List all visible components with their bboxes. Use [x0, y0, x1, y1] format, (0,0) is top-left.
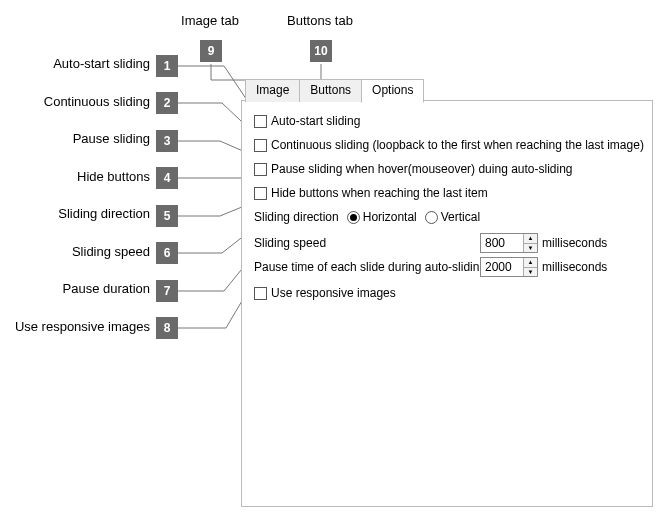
label-pause-time: Pause time of each slide during auto-sli… [254, 260, 476, 274]
label-hide-buttons: Hide buttons when reaching the last item [271, 186, 488, 200]
callout-label-4: Hide buttons [0, 169, 150, 184]
callout-num-9: 9 [200, 40, 222, 62]
panel-body: Auto-start sliding Continuous sliding (l… [242, 101, 652, 317]
callout-label-8: Use responsive images [0, 319, 150, 334]
radio-horizontal[interactable] [347, 211, 360, 224]
callout-num-6: 6 [156, 242, 178, 264]
pause-down-icon[interactable]: ▼ [524, 268, 537, 277]
callout-num-4: 4 [156, 167, 178, 189]
row-pause-hover: Pause sliding when hover(mouseover) duin… [254, 159, 640, 179]
checkbox-pause-hover[interactable] [254, 163, 267, 176]
callout-label-5: Sliding direction [0, 206, 150, 221]
callout-label-image-tab: Image tab [170, 13, 250, 28]
callout-label-buttons-tab: Buttons tab [280, 13, 360, 28]
row-speed: Sliding speed ▲ ▼ milliseconds [254, 233, 640, 253]
pause-up-icon[interactable]: ▲ [524, 258, 537, 268]
tab-options[interactable]: Options [361, 79, 424, 103]
label-vertical: Vertical [441, 210, 480, 224]
row-direction: Sliding direction Horizontal Vertical [254, 207, 640, 227]
callout-num-3: 3 [156, 130, 178, 152]
row-pause-time: Pause time of each slide during auto-sli… [254, 257, 640, 277]
row-continuous: Continuous sliding (loopback to the firs… [254, 135, 640, 155]
checkbox-responsive[interactable] [254, 287, 267, 300]
callout-num-5: 5 [156, 205, 178, 227]
tab-buttons[interactable]: Buttons [299, 79, 362, 102]
speed-up-icon[interactable]: ▲ [524, 234, 537, 244]
label-pause-hover: Pause sliding when hover(mouseover) duin… [271, 162, 573, 176]
row-responsive: Use responsive images [254, 283, 640, 303]
spinner-speed: ▲ ▼ [480, 233, 538, 253]
label-continuous: Continuous sliding (loopback to the firs… [271, 138, 644, 152]
callout-label-7: Pause duration [0, 281, 150, 296]
row-hide-buttons: Hide buttons when reaching the last item [254, 183, 640, 203]
callout-label-3: Pause sliding [0, 131, 150, 146]
callout-num-1: 1 [156, 55, 178, 77]
checkbox-continuous[interactable] [254, 139, 267, 152]
label-responsive: Use responsive images [271, 286, 396, 300]
callout-num-2: 2 [156, 92, 178, 114]
spinner-pause: ▲ ▼ [480, 257, 538, 277]
label-auto-start: Auto-start sliding [271, 114, 360, 128]
input-pause[interactable] [481, 258, 523, 276]
label-pause-unit: milliseconds [542, 260, 607, 274]
callout-num-8: 8 [156, 317, 178, 339]
input-speed[interactable] [481, 234, 523, 252]
radio-vertical[interactable] [425, 211, 438, 224]
label-speed-unit: milliseconds [542, 236, 607, 250]
callout-label-6: Sliding speed [0, 244, 150, 259]
tab-bar: Image Buttons Options [245, 79, 423, 102]
speed-down-icon[interactable]: ▼ [524, 244, 537, 253]
tab-image[interactable]: Image [245, 79, 300, 102]
callout-num-7: 7 [156, 280, 178, 302]
callout-label-1: Auto-start sliding [0, 56, 150, 71]
options-panel: Image Buttons Options Auto-start sliding… [241, 100, 653, 507]
callout-num-10: 10 [310, 40, 332, 62]
checkbox-hide-buttons[interactable] [254, 187, 267, 200]
callout-label-2: Continuous sliding [0, 94, 150, 109]
row-auto-start: Auto-start sliding [254, 111, 640, 131]
checkbox-auto-start[interactable] [254, 115, 267, 128]
label-horizontal: Horizontal [363, 210, 417, 224]
label-speed: Sliding speed [254, 236, 476, 250]
label-direction: Sliding direction [254, 210, 339, 224]
